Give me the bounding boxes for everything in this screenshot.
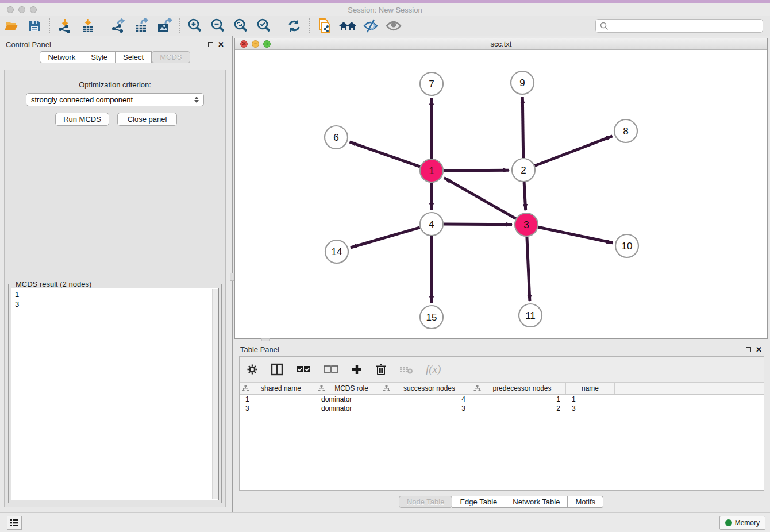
- graph-node-8[interactable]: 8: [614, 119, 637, 142]
- sort-icon[interactable]: [473, 385, 481, 392]
- sort-icon[interactable]: [318, 385, 325, 392]
- tab-network-table[interactable]: Network Table: [505, 496, 568, 508]
- graph-node-3[interactable]: 3: [515, 213, 538, 236]
- sort-icon[interactable]: [383, 385, 390, 392]
- hide-graphics-button[interactable]: [361, 17, 380, 34]
- toolbar-separator: [49, 18, 50, 33]
- search-input[interactable]: [609, 20, 763, 32]
- network-window-titlebar[interactable]: ✕ − ＋ scc.txt: [235, 38, 767, 50]
- delete-table-icon[interactable]: [399, 364, 413, 375]
- result-scrollbar[interactable]: [212, 289, 218, 499]
- edge-2-3[interactable]: [524, 182, 526, 210]
- task-history-button[interactable]: [7, 516, 22, 530]
- column-header-name[interactable]: name: [566, 383, 615, 394]
- edge-1-6[interactable]: [350, 142, 421, 167]
- float-panel-icon[interactable]: [208, 42, 213, 47]
- network-canvas[interactable]: 7 9 6 8 1 2 4 3 14 10 15 11: [235, 50, 767, 338]
- close-panel-button[interactable]: Close panel: [117, 113, 177, 126]
- export-table-button[interactable]: [132, 17, 151, 34]
- table-cell[interactable]: 3: [240, 404, 315, 413]
- control-panel-tabstrip: Network Style Select MCDS: [0, 51, 230, 63]
- deselect-all-icon[interactable]: [324, 365, 338, 374]
- graph-node-11[interactable]: 11: [519, 304, 542, 327]
- column-header-shared-name[interactable]: shared name: [240, 383, 315, 394]
- table-cell[interactable]: 1: [471, 395, 566, 403]
- gear-icon[interactable]: [247, 364, 258, 375]
- refresh-button[interactable]: [284, 17, 304, 34]
- tab-select[interactable]: Select: [116, 51, 152, 63]
- mcds-result-textarea[interactable]: 1 3: [11, 288, 219, 500]
- table-panel-content: f(x) shared name MCDS role successor nod…: [239, 356, 764, 491]
- tab-network[interactable]: Network: [40, 51, 83, 63]
- tab-motifs[interactable]: Motifs: [568, 496, 603, 508]
- split-panel-icon[interactable]: [271, 363, 283, 376]
- graph-node-10[interactable]: 10: [615, 234, 638, 257]
- optimization-criterion-select[interactable]: strongly connected component: [26, 93, 204, 106]
- horizontal-split-grip[interactable]: [261, 338, 270, 341]
- graph-node-15[interactable]: 15: [420, 306, 443, 329]
- table-cell[interactable]: dominator: [315, 395, 380, 403]
- table-cell[interactable]: 1: [240, 395, 315, 403]
- home-views-button[interactable]: [338, 17, 357, 34]
- save-session-button[interactable]: [25, 17, 44, 34]
- network-graph[interactable]: 7 9 6 8 1 2 4 3 14 10 15 11: [235, 50, 767, 338]
- table-cell[interactable]: 3: [380, 404, 471, 413]
- graph-node-14[interactable]: 14: [325, 240, 348, 263]
- table-cell[interactable]: 2: [471, 404, 566, 413]
- table-cell[interactable]: dominator: [315, 404, 380, 413]
- export-image-button[interactable]: [155, 17, 174, 34]
- edge-2-8[interactable]: [535, 136, 613, 166]
- graph-node-2[interactable]: 2: [512, 159, 535, 182]
- import-table-button[interactable]: [78, 17, 98, 34]
- graph-node-1[interactable]: 1: [420, 159, 443, 182]
- export-network-button[interactable]: [109, 17, 128, 34]
- zoom-out-button[interactable]: [208, 17, 228, 34]
- close-panel-icon[interactable]: ✕: [756, 346, 762, 353]
- column-header-predecessor-nodes[interactable]: predecessor nodes: [471, 383, 566, 394]
- open-session-button[interactable]: [2, 17, 21, 34]
- edge-3-1[interactable]: [444, 178, 516, 218]
- zoom-selected-button[interactable]: [254, 17, 274, 34]
- graph-node-9[interactable]: 9: [511, 71, 534, 94]
- table-cell[interactable]: 1: [566, 395, 615, 403]
- edge-2-9[interactable]: [522, 97, 523, 158]
- search-box[interactable]: [595, 19, 763, 33]
- graph-node-6[interactable]: 6: [325, 126, 348, 149]
- tab-style[interactable]: Style: [83, 51, 116, 63]
- float-panel-icon[interactable]: [746, 347, 751, 352]
- run-mcds-button[interactable]: Run MCDS: [55, 113, 109, 126]
- function-builder-icon[interactable]: f(x): [426, 363, 441, 376]
- delete-column-icon[interactable]: [375, 363, 387, 376]
- node-table[interactable]: shared name MCDS role successor nodes pr…: [240, 383, 764, 490]
- save-session-icon: [28, 19, 41, 33]
- tab-mcds[interactable]: MCDS: [152, 51, 190, 63]
- edge-4-3[interactable]: [444, 224, 512, 225]
- edge-3-10[interactable]: [538, 227, 613, 243]
- edge-4-14[interactable]: [351, 228, 420, 248]
- edge-3-11[interactable]: [527, 237, 530, 301]
- add-column-icon[interactable]: [351, 364, 363, 375]
- edge-1-2[interactable]: [444, 170, 509, 171]
- zoom-fit-button[interactable]: [231, 17, 251, 34]
- memory-button[interactable]: Memory: [719, 516, 765, 530]
- close-panel-icon[interactable]: ✕: [218, 41, 224, 48]
- zoom-in-button[interactable]: [185, 17, 205, 34]
- table-cell[interactable]: 4: [380, 395, 471, 403]
- import-network-button[interactable]: [55, 17, 75, 34]
- graph-node-4[interactable]: 4: [420, 213, 443, 236]
- table-row[interactable]: 1dominator411: [240, 395, 764, 404]
- node-label: 4: [429, 219, 434, 230]
- clone-network-button[interactable]: [315, 17, 334, 34]
- task-list-icon: [10, 519, 19, 527]
- column-header-successor-nodes[interactable]: successor nodes: [380, 383, 471, 394]
- tab-edge-table[interactable]: Edge Table: [452, 496, 505, 508]
- sort-icon[interactable]: [242, 385, 249, 392]
- table-row[interactable]: 3dominator323: [240, 404, 764, 413]
- select-all-icon[interactable]: [296, 365, 311, 374]
- table-cell[interactable]: 3: [566, 404, 615, 413]
- export-table-icon: [133, 18, 149, 33]
- tab-node-table[interactable]: Node Table: [399, 496, 453, 508]
- graph-node-7[interactable]: 7: [420, 72, 443, 95]
- column-header-MCDS-role[interactable]: MCDS role: [315, 383, 380, 394]
- show-graphics-button[interactable]: [384, 17, 403, 34]
